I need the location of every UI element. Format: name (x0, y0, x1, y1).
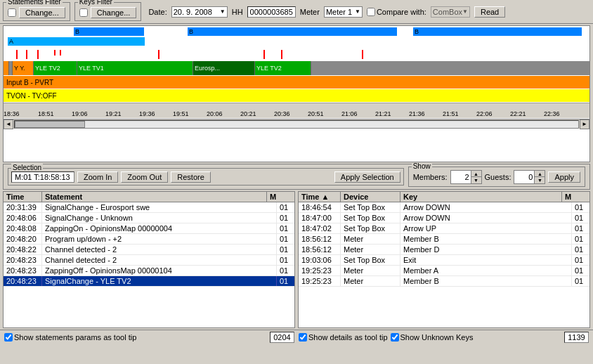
date-value: 20. 9. 2008 (174, 8, 212, 16)
table-row[interactable]: 18:56:12 Meter Member B 01 (299, 234, 589, 245)
td-time: 20:48:23 (4, 266, 42, 275)
th-scroll-space (285, 192, 294, 202)
left-table-body[interactable]: 20:31:39 SignalChange - Eurosport swe 01… (4, 202, 294, 327)
statements-filter-checkbox[interactable] (8, 8, 16, 17)
track-b3: B (413, 27, 582, 36)
tick-2006: 20:06 (207, 110, 223, 117)
right-table-header: Time ▲ Device Key M (299, 192, 589, 202)
table-row[interactable]: 20:48:20 Program up/down - +2 01 (4, 234, 294, 245)
track-b1: B (74, 27, 144, 36)
members-down-btn[interactable]: ▼ (471, 177, 481, 183)
table-row[interactable]: 20:48:23 ZappingOff - OpinionsMap 000001… (4, 266, 294, 276)
tick-2136: 21:36 (409, 110, 425, 117)
track-a: A (8, 37, 145, 46)
show-apply-button[interactable]: Apply (548, 171, 580, 183)
rtd-m: 01 (572, 213, 589, 223)
read-button[interactable]: Read (474, 6, 505, 18)
meter-dropdown[interactable]: Meter 1 ▼ (324, 6, 363, 18)
zoom-out-button[interactable]: Zoom Out (121, 171, 168, 183)
keys-change-button[interactable]: Change... (91, 7, 137, 18)
members-input[interactable] (451, 172, 471, 182)
table-row[interactable]: 18:47:02 Set Top Box Arrow UP 01 (299, 223, 589, 234)
show-unknown-checkbox[interactable] (391, 333, 399, 342)
table-row[interactable]: 20:48:08 ZappingOn - OpinionsMap 0000000… (4, 223, 294, 234)
rtd-time: 19:25:23 (299, 266, 341, 275)
track-b2-label: B (189, 28, 193, 35)
meter-label: Meter (300, 8, 320, 16)
compare-checkbox[interactable] (367, 8, 375, 16)
table-row[interactable]: 19:03:06 Set Top Box Exit 01 (299, 255, 589, 266)
members-up-btn[interactable]: ▲ (471, 171, 481, 177)
members-spinner[interactable]: ▲ ▼ (450, 170, 482, 184)
show-details-checkbox[interactable] (299, 333, 307, 342)
td-time: 20:31:39 (4, 202, 42, 212)
scroll-right-btn[interactable]: ► (580, 119, 589, 129)
rtd-m: 01 (572, 255, 589, 265)
table-row[interactable]: 18:46:54 Set Top Box Arrow DOWN 01 (299, 202, 589, 213)
selection-group: Selection M:01 T:18:58:13 Zoom In Zoom O… (8, 168, 404, 186)
apply-selection-button[interactable]: Apply Selection (334, 171, 400, 183)
date-dropdown[interactable]: 20. 9. 2008 ▼ (171, 6, 228, 18)
right-bottom: Show details as tool tip Show Unknown Ke… (299, 332, 589, 343)
table-row[interactable]: 20:48:22 Channel detected - 2 01 (4, 245, 294, 255)
show-unknown-label: Show Unknown Keys (400, 333, 474, 342)
guests-spinner[interactable]: ▲ ▼ (514, 170, 545, 184)
td-statement: Program up/down - +2 (42, 234, 277, 244)
red-marks-row (4, 48, 589, 61)
guests-input[interactable] (514, 172, 534, 182)
timeline-scrollbar[interactable]: ◄ ► (4, 119, 589, 129)
combox-dropdown[interactable]: ComBox ▼ (431, 6, 470, 18)
td-m: 01 (277, 266, 294, 275)
scroll-thumb[interactable] (15, 121, 85, 128)
right-table-panel: Time ▲ Device Key M 18:46:54 Set Top Box… (298, 191, 590, 328)
rtd-key: Arrow UP (400, 223, 572, 233)
table-row[interactable]: 18:56:12 Meter Member D 01 (299, 245, 589, 255)
table-row[interactable]: 18:47:00 Set Top Box Arrow DOWN 01 (299, 213, 589, 223)
rtd-m: 01 (572, 223, 589, 233)
th-statement: Statement (42, 192, 267, 202)
show-details-label: Show details as tool tip (308, 333, 388, 342)
table-row[interactable]: 20:48:23 Channel detected - 2 01 (4, 255, 294, 266)
ch-eurosp: Eurosp... (193, 61, 255, 75)
table-row[interactable]: 19:25:23 Meter Member A 01 (299, 266, 589, 276)
guests-label: Guests: (485, 173, 511, 181)
th-m: M (267, 192, 285, 202)
red-mark (281, 50, 282, 59)
td-m: 01 (277, 213, 294, 223)
tick-1951: 19:51 (173, 110, 189, 117)
coord-display: M:01 T:18:58:13 (11, 171, 74, 183)
rtd-device: Meter (341, 276, 400, 286)
td-statement: Channel detected - 2 (42, 245, 277, 254)
show-params-checkbox[interactable] (4, 333, 13, 342)
red-mark (54, 50, 56, 56)
td-time: 20:48:08 (4, 223, 42, 233)
rtd-device: Set Top Box (341, 213, 400, 223)
members-spinner-buttons: ▲ ▼ (471, 171, 481, 183)
zoom-in-button[interactable]: Zoom In (77, 171, 118, 183)
table-row[interactable]: 19:25:23 Meter Member B 01 (299, 276, 589, 287)
rtd-key: Arrow DOWN (400, 213, 572, 223)
tick-2221: 22:21 (510, 110, 526, 117)
table-row-selected[interactable]: 20:48:23 SignalChange - YLE TV2 01 (4, 276, 294, 287)
td-time: 20:48:22 (4, 245, 42, 254)
td-m: 01 (277, 234, 294, 244)
keys-filter-checkbox[interactable] (79, 8, 88, 17)
restore-button[interactable]: Restore (171, 171, 211, 183)
rth-key: Key (400, 192, 562, 202)
right-table-body[interactable]: 18:46:54 Set Top Box Arrow DOWN 01 18:47… (299, 202, 589, 327)
rtd-key: Member A (400, 266, 572, 275)
table-row[interactable]: 20:31:39 SignalChange - Eurosport swe 01 (4, 202, 294, 213)
statements-change-button[interactable]: Change... (19, 7, 65, 18)
channels-row: Y Y. YLE TV2 YLE TV1 Eurosp... YLE TV2 (4, 61, 589, 75)
table-row[interactable]: 20:48:06 SignalChange - Unknown 01 (4, 213, 294, 223)
guests-down-btn[interactable]: ▼ (535, 177, 545, 183)
guests-up-btn[interactable]: ▲ (535, 171, 545, 177)
tick-1936: 19:36 (139, 110, 155, 117)
tvon-label: TVON - TV:OFF (6, 92, 57, 100)
selection-group-label: Selection (11, 164, 43, 171)
td-statement: SignalChange - Unknown (42, 213, 277, 223)
show-group: Show Members: ▲ ▼ Guests: ▲ ▼ Apply (408, 167, 585, 187)
scroll-left-btn[interactable]: ◄ (4, 119, 13, 129)
date-label: Date: (148, 8, 167, 16)
compare-label: Compare with: (377, 8, 426, 16)
